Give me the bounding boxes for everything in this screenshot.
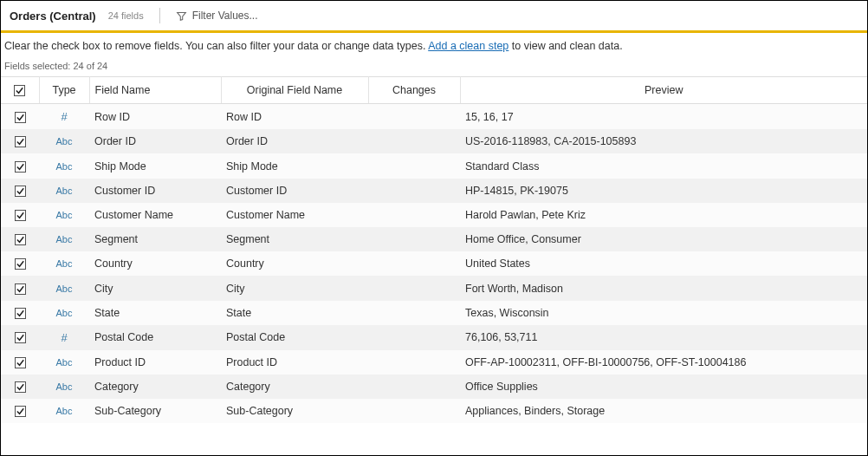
original-field-name-cell: Category	[221, 375, 368, 399]
row-checkbox[interactable]	[1, 153, 39, 178]
preview-cell: Home Office, Consumer	[460, 227, 867, 251]
table-row[interactable]: #Postal CodePostal Code76,106, 53,711	[1, 325, 867, 350]
original-field-name-cell: Country	[221, 251, 368, 276]
preview-cell: Harold Pawlan, Pete Kriz	[460, 203, 867, 227]
table-row[interactable]: AbcStateStateTexas, Wisconsin	[1, 301, 867, 325]
changes-cell	[368, 129, 460, 153]
string-type-icon: Abc	[56, 136, 73, 147]
changes-cell	[368, 301, 460, 325]
header-type[interactable]: Type	[39, 77, 89, 104]
row-checkbox[interactable]	[1, 399, 39, 423]
field-name-cell[interactable]: Sub-Category	[89, 399, 221, 423]
prep-fields-pane: Orders (Central) 24 fields Filter Values…	[0, 0, 868, 456]
type-badge[interactable]: Abc	[39, 276, 89, 300]
field-name-cell[interactable]: State	[89, 301, 221, 325]
type-badge[interactable]: Abc	[39, 399, 89, 423]
funnel-icon	[176, 10, 187, 22]
table-row[interactable]: AbcProduct IDProduct IDOFF-AP-10002311, …	[1, 350, 867, 375]
type-badge[interactable]: Abc	[39, 350, 89, 375]
row-checkbox[interactable]	[1, 301, 39, 325]
original-field-name-cell: Segment	[221, 227, 368, 251]
number-type-icon: #	[61, 110, 67, 123]
table-row[interactable]: AbcCityCityFort Worth, Madison	[1, 276, 867, 300]
fields-table: Type Field Name Original Field Name Chan…	[1, 76, 867, 423]
field-name-cell[interactable]: Postal Code	[89, 325, 221, 350]
table-row[interactable]: AbcCountryCountryUnited States	[1, 251, 867, 276]
table-row[interactable]: #Row IDRow ID15, 16, 17	[1, 104, 867, 130]
table-row[interactable]: AbcSegmentSegmentHome Office, Consumer	[1, 227, 867, 251]
table-row[interactable]: AbcSub-CategorySub-CategoryAppliances, B…	[1, 399, 867, 423]
field-name-cell[interactable]: Row ID	[89, 104, 221, 130]
preview-cell: OFF-AP-10002311, OFF-BI-10000756, OFF-ST…	[460, 350, 867, 375]
filter-values-button[interactable]: Filter Values...	[176, 10, 258, 22]
field-name-cell[interactable]: Customer ID	[89, 179, 221, 203]
svg-rect-8	[15, 283, 25, 294]
type-badge[interactable]: Abc	[39, 227, 89, 251]
field-name-cell[interactable]: Product ID	[89, 350, 221, 375]
row-checkbox[interactable]	[1, 129, 39, 153]
preview-cell: 15, 16, 17	[460, 104, 867, 130]
type-badge[interactable]: Abc	[39, 375, 89, 399]
select-all-checkbox[interactable]	[14, 84, 25, 96]
divider	[159, 8, 160, 23]
preview-cell: United States	[460, 251, 867, 276]
changes-cell	[368, 399, 460, 423]
changes-cell	[368, 104, 460, 130]
field-name-cell[interactable]: Segment	[89, 227, 221, 251]
string-type-icon: Abc	[56, 357, 73, 368]
row-checkbox[interactable]	[1, 350, 39, 375]
type-badge[interactable]: Abc	[39, 129, 89, 153]
svg-rect-10	[15, 333, 25, 343]
header-preview[interactable]: Preview	[460, 77, 867, 104]
changes-cell	[368, 227, 460, 251]
row-checkbox[interactable]	[1, 375, 39, 399]
row-checkbox[interactable]	[1, 203, 39, 227]
preview-cell: HP-14815, PK-19075	[460, 179, 867, 203]
add-clean-step-link[interactable]: Add a clean step	[428, 40, 508, 52]
type-badge[interactable]: Abc	[39, 251, 89, 276]
row-checkbox[interactable]	[1, 227, 39, 251]
row-checkbox[interactable]	[1, 179, 39, 203]
field-name-cell[interactable]: Category	[89, 375, 221, 399]
row-checkbox[interactable]	[1, 251, 39, 276]
header-field-name[interactable]: Field Name	[89, 77, 221, 104]
string-type-icon: Abc	[56, 308, 73, 318]
type-badge[interactable]: Abc	[39, 203, 89, 227]
table-row[interactable]: AbcCategoryCategoryOffice Supplies	[1, 375, 867, 399]
row-checkbox[interactable]	[1, 104, 39, 130]
header-changes[interactable]: Changes	[368, 77, 460, 104]
changes-cell	[368, 251, 460, 276]
type-badge[interactable]: #	[39, 325, 89, 350]
field-name-cell[interactable]: Ship Mode	[89, 153, 221, 178]
field-name-cell[interactable]: Country	[89, 251, 221, 276]
preview-cell: Standard Class	[460, 153, 867, 178]
changes-cell	[368, 375, 460, 399]
table-row[interactable]: AbcOrder IDOrder IDUS-2016-118983, CA-20…	[1, 129, 867, 153]
fields-selected-label: Fields selected: 24 of 24	[1, 57, 867, 76]
type-badge[interactable]: Abc	[39, 301, 89, 325]
field-name-cell[interactable]: Order ID	[89, 129, 221, 153]
info-text-after: to view and clean data.	[508, 40, 622, 52]
row-checkbox[interactable]	[1, 325, 39, 350]
preview-cell: Office Supplies	[460, 375, 867, 399]
original-field-name-cell: Row ID	[221, 104, 368, 130]
type-badge[interactable]: #	[39, 104, 89, 130]
type-badge[interactable]: Abc	[39, 179, 89, 203]
table-row[interactable]: AbcCustomer IDCustomer IDHP-14815, PK-19…	[1, 179, 867, 203]
svg-rect-2	[15, 137, 25, 147]
field-name-cell[interactable]: Customer Name	[89, 203, 221, 227]
changes-cell	[368, 203, 460, 227]
type-badge[interactable]: Abc	[39, 153, 89, 178]
preview-cell: US-2016-118983, CA-2015-105893	[460, 129, 867, 153]
header-checkbox-cell[interactable]	[1, 77, 39, 104]
table-header-row: Type Field Name Original Field Name Chan…	[1, 77, 867, 104]
header-original[interactable]: Original Field Name	[221, 77, 368, 104]
changes-cell	[368, 276, 460, 300]
original-field-name-cell: Order ID	[221, 129, 368, 153]
field-count-label: 24 fields	[108, 10, 144, 21]
table-row[interactable]: AbcShip ModeShip ModeStandard Class	[1, 153, 867, 178]
row-checkbox[interactable]	[1, 276, 39, 300]
string-type-icon: Abc	[56, 161, 73, 172]
table-row[interactable]: AbcCustomer NameCustomer NameHarold Pawl…	[1, 203, 867, 227]
field-name-cell[interactable]: City	[89, 276, 221, 300]
